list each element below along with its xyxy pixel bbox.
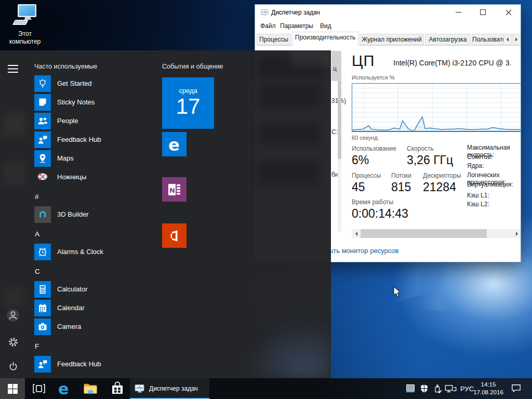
this-pc-label: Этот компьютер xyxy=(5,30,45,46)
section-letter-C[interactable]: C xyxy=(35,268,40,275)
tab-пользователи[interactable]: Пользователи xyxy=(472,34,504,45)
store-bag-icon xyxy=(111,381,124,396)
usb-safely-remove-tray-icon[interactable] xyxy=(432,383,443,396)
horizontal-scrollbar[interactable] xyxy=(352,229,521,238)
app-list-item-feedback-hub[interactable]: Feedback Hub xyxy=(34,356,190,373)
app-label: Feedback Hub xyxy=(57,136,101,143)
close-button[interactable] xyxy=(495,5,521,20)
task-manager-app-icon xyxy=(260,8,269,19)
chart-time-label: 60 секунд xyxy=(352,135,378,141)
section-letter-A[interactable]: A xyxy=(35,230,39,238)
app-label: Get Started xyxy=(57,79,91,87)
frequent-apps-header: Часто используемые xyxy=(34,63,97,70)
calculator-icon xyxy=(34,281,51,298)
cpu-model: Intel(R) Core(TM) i3-2120 CPU @ 3. xyxy=(393,59,511,67)
svg-text:e: e xyxy=(168,135,180,154)
ghost-blob xyxy=(291,50,331,66)
scroll-right-button[interactable] xyxy=(513,229,521,238)
edge-icon: e xyxy=(165,135,184,154)
tab-журнал приложений[interactable]: Журнал приложений xyxy=(360,34,424,45)
scroll-left-button[interactable] xyxy=(352,229,361,238)
stat-value: 45 xyxy=(352,180,365,194)
stat-label: Использование xyxy=(352,145,396,152)
mouse-cursor xyxy=(393,286,402,298)
tile-weekday: среда xyxy=(162,87,214,95)
task-view-icon xyxy=(33,384,45,393)
feedback-icon xyxy=(34,131,51,148)
tab-scroll-left-button[interactable] xyxy=(503,34,512,45)
start-menu: Часто используемые Get StartedSticky Not… xyxy=(0,50,331,378)
onenote-tile[interactable]: N xyxy=(162,177,187,202)
feedback-icon xyxy=(34,356,51,373)
this-pc-icon xyxy=(10,20,39,29)
hamburger-menu-button[interactable] xyxy=(6,62,20,75)
lightbulb-icon xyxy=(34,75,51,92)
info-label: Сокетов: xyxy=(467,153,493,161)
minimize-button[interactable] xyxy=(446,5,471,20)
file-explorer-button[interactable] xyxy=(80,378,101,399)
app-label: Sticky Notes xyxy=(57,98,95,106)
this-pc-desktop-icon[interactable]: Этот компьютер xyxy=(5,3,45,46)
gear-icon xyxy=(8,337,19,348)
stat-value: 815 xyxy=(391,180,411,194)
map-pin-icon xyxy=(34,150,51,167)
app-label: Alarms & Clock xyxy=(57,248,103,256)
stat-label: Время работы xyxy=(352,198,393,206)
tile-day: 17 xyxy=(162,95,214,118)
edge-tile[interactable]: e xyxy=(162,132,187,156)
sidebar-vertical-scrollbar[interactable] xyxy=(338,81,341,232)
tab-производительность[interactable]: Производительность xyxy=(292,32,358,46)
chevron-left-icon xyxy=(504,37,509,42)
sticky-note-icon xyxy=(34,94,51,111)
ghost-glow xyxy=(244,321,331,378)
app-list-item-camera[interactable]: Camera xyxy=(34,318,190,335)
tab-scroll-right-button[interactable] xyxy=(512,34,521,45)
user-account-button[interactable] xyxy=(6,309,20,322)
defender-shield-tray-icon[interactable] xyxy=(419,383,429,396)
app-list-item-3d-builder[interactable]: 3D Builder xyxy=(34,206,190,223)
network-tray-icon[interactable] xyxy=(445,384,457,395)
settings-button[interactable] xyxy=(6,335,20,349)
stat-value: 0:00:14:43 xyxy=(352,207,408,221)
menu-view[interactable]: Вид xyxy=(320,22,331,30)
power-button[interactable] xyxy=(6,359,20,373)
app-list-item-calendar[interactable]: Calendar xyxy=(34,300,190,316)
info-label: Кэш L1: xyxy=(467,192,489,199)
section-letter-#[interactable]: # xyxy=(35,193,39,201)
store-button[interactable] xyxy=(107,378,128,399)
section-letter-F[interactable]: F xyxy=(35,342,39,350)
chevron-right-icon xyxy=(515,37,520,42)
action-center-icon xyxy=(511,384,521,393)
tab-автозагрузка[interactable]: Автозагрузка xyxy=(425,34,471,45)
chevron-left-icon xyxy=(353,232,357,236)
tab-процессы[interactable]: Процессы xyxy=(257,34,291,45)
app-label: 3D Builder xyxy=(57,210,89,218)
app-label: Maps xyxy=(57,154,74,162)
scrollbar-thumb[interactable] xyxy=(338,81,341,159)
edge-taskbar-button[interactable]: e xyxy=(53,378,74,399)
chart-usage-label: Используется % xyxy=(352,74,395,81)
maximize-icon xyxy=(480,9,486,15)
svg-text:N: N xyxy=(169,187,175,194)
clock-date: 17.08.2016 xyxy=(469,389,508,396)
people-icon xyxy=(34,113,51,129)
app-list-item-calculator[interactable]: Calculator xyxy=(34,281,190,298)
task-manager-taskbar-button[interactable]: Диспетчер задач xyxy=(130,378,209,399)
builder-icon xyxy=(34,206,51,223)
start-button[interactable] xyxy=(0,378,25,399)
app-label: Camera xyxy=(57,323,81,330)
office-tile[interactable] xyxy=(162,223,187,248)
menu-file[interactable]: Файл xyxy=(260,22,276,30)
hamburger-icon xyxy=(8,65,18,73)
task-view-button[interactable] xyxy=(30,378,48,399)
touch-keyboard-tray-icon[interactable] xyxy=(406,384,415,395)
folder-icon xyxy=(83,382,98,395)
maximize-button[interactable] xyxy=(471,5,495,20)
edge-icon: e xyxy=(55,380,72,397)
task-manager-button-label: Диспетчер задач xyxy=(149,385,198,392)
scrollbar-thumb[interactable] xyxy=(361,229,487,238)
calendar-live-tile[interactable]: среда 17 xyxy=(162,77,214,129)
action-center-button[interactable] xyxy=(511,384,521,395)
clock[interactable]: 14:15 17.08.2016 xyxy=(469,381,508,396)
menu-options[interactable]: Параметры xyxy=(280,22,313,30)
